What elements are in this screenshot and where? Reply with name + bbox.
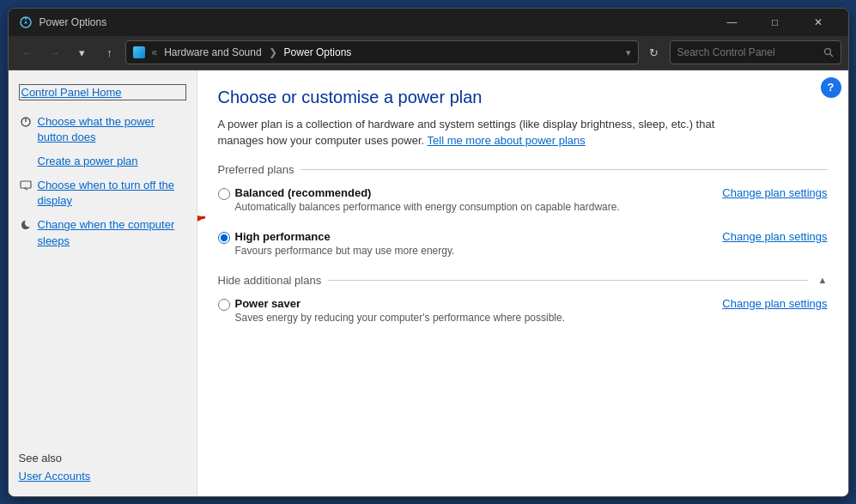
svg-point-2 — [824, 49, 830, 55]
balanced-plan-item: Balanced (recommended) Automatically bal… — [218, 186, 828, 216]
sidebar-item-power-button[interactable]: Choose what the power button does — [19, 114, 186, 145]
power-button-icon — [19, 115, 33, 129]
forward-button[interactable]: → — [43, 40, 67, 64]
high-performance-radio[interactable] — [218, 232, 230, 244]
sidebar: Control Panel Home Choose what the power… — [9, 70, 197, 496]
svg-line-3 — [830, 54, 833, 57]
search-icon — [823, 47, 834, 58]
sidebar-item-create-plan[interactable]: Create a power plan — [19, 154, 186, 169]
close-button[interactable]: ✕ — [798, 9, 838, 36]
power-saver-radio[interactable] — [218, 299, 230, 311]
red-arrow-annotation — [197, 213, 209, 256]
balanced-change-link[interactable]: Change plan settings — [722, 186, 827, 199]
help-button[interactable]: ? — [821, 77, 841, 98]
sidebar-item-power-button-label: Choose what the power button does — [38, 114, 186, 145]
see-also-label: See also — [19, 452, 186, 465]
hide-additional-plans-header: Hide additional plans ▲ — [218, 274, 828, 287]
balanced-plan-desc: Automatically balances performance with … — [235, 201, 723, 213]
sidebar-item-create-plan-label: Create a power plan — [38, 154, 138, 169]
power-saver-plan-name: Power saver — [235, 297, 723, 310]
maximize-button[interactable]: □ — [756, 9, 795, 36]
power-saver-plan-item: Power saver Saves energy by reducing you… — [218, 297, 828, 327]
recent-button[interactable]: ▾ — [70, 40, 94, 64]
high-performance-plan-details: High performance Favours performance but… — [235, 230, 723, 257]
control-panel-home-link[interactable]: Control Panel Home — [19, 84, 186, 100]
display-off-icon — [19, 179, 33, 192]
page-description: A power plan is a collection of hardware… — [218, 116, 716, 149]
preferred-plans-header: Preferred plans — [218, 163, 828, 176]
high-performance-plan-desc: Favours performance but may use more ene… — [235, 245, 723, 257]
balanced-plan-name: Balanced (recommended) — [235, 186, 723, 199]
high-performance-plan-item: High performance Favours performance but… — [218, 230, 828, 260]
window-controls: — □ ✕ — [713, 9, 838, 36]
dropdown-button[interactable]: ▾ — [626, 47, 631, 58]
breadcrumb-separator-1: « — [152, 46, 158, 58]
sidebar-item-sleep[interactable]: Change when the computer sleeps — [19, 217, 186, 248]
address-bar: ← → ▾ ↑ « Hardware and Sound ❯ Power Opt… — [9, 36, 848, 70]
hide-additional-plans-label[interactable]: Hide additional plans — [218, 274, 322, 287]
page-title: Choose or customise a power plan — [218, 88, 828, 107]
breadcrumb-separator-2: ❯ — [269, 46, 277, 58]
user-accounts-link[interactable]: User Accounts — [19, 470, 91, 483]
window-title: Power Options — [39, 16, 713, 28]
up-button[interactable]: ↑ — [98, 40, 122, 64]
svg-rect-6 — [21, 181, 31, 188]
search-box[interactable] — [670, 40, 841, 64]
power-saver-plan-details: Power saver Saves energy by reducing you… — [235, 297, 723, 324]
window-icon — [19, 15, 33, 29]
search-input[interactable] — [677, 46, 820, 58]
address-field[interactable]: « Hardware and Sound ❯ Power Options ▾ — [125, 40, 639, 64]
see-also-section: See also User Accounts — [19, 452, 186, 483]
preferred-plans-divider — [301, 169, 827, 170]
high-performance-plan-name: High performance — [235, 230, 723, 243]
title-bar: Power Options — □ ✕ — [9, 9, 848, 36]
power-saver-plan-desc: Saves energy by reducing your computer's… — [235, 312, 723, 324]
power-saver-radio-col — [218, 299, 235, 313]
sleep-icon — [19, 218, 33, 232]
minimize-button[interactable]: — — [713, 9, 752, 36]
collapse-icon: ▲ — [818, 275, 828, 285]
balanced-radio[interactable] — [218, 188, 230, 200]
breadcrumb-current[interactable]: Power Options — [284, 46, 352, 58]
content-area: Control Panel Home Choose what the power… — [9, 70, 848, 496]
hide-additional-plans-divider — [328, 280, 807, 281]
back-button[interactable]: ← — [15, 40, 39, 64]
high-performance-change-link[interactable]: Change plan settings — [722, 230, 827, 243]
sidebar-item-sleep-label: Change when the computer sleeps — [38, 217, 186, 248]
sidebar-item-display-off-label: Choose when to turn off the display — [38, 178, 186, 209]
main-panel: Choose or customise a power plan A power… — [197, 70, 848, 496]
power-saver-change-link[interactable]: Change plan settings — [722, 297, 827, 310]
tell-me-more-link[interactable]: Tell me more about power plans — [428, 134, 586, 147]
breadcrumb-hardware[interactable]: Hardware and Sound — [164, 46, 261, 58]
refresh-button[interactable]: ↻ — [642, 40, 666, 64]
balanced-radio-col — [218, 188, 235, 203]
sidebar-spacer — [19, 258, 186, 438]
high-performance-radio-col — [218, 232, 235, 246]
main-window: Power Options — □ ✕ ← → ▾ ↑ « Hardware a… — [8, 8, 849, 497]
sidebar-item-display-off[interactable]: Choose when to turn off the display — [19, 178, 186, 209]
preferred-plans-label: Preferred plans — [218, 163, 294, 176]
balanced-plan-details: Balanced (recommended) Automatically bal… — [235, 186, 723, 213]
address-icon — [133, 46, 145, 58]
